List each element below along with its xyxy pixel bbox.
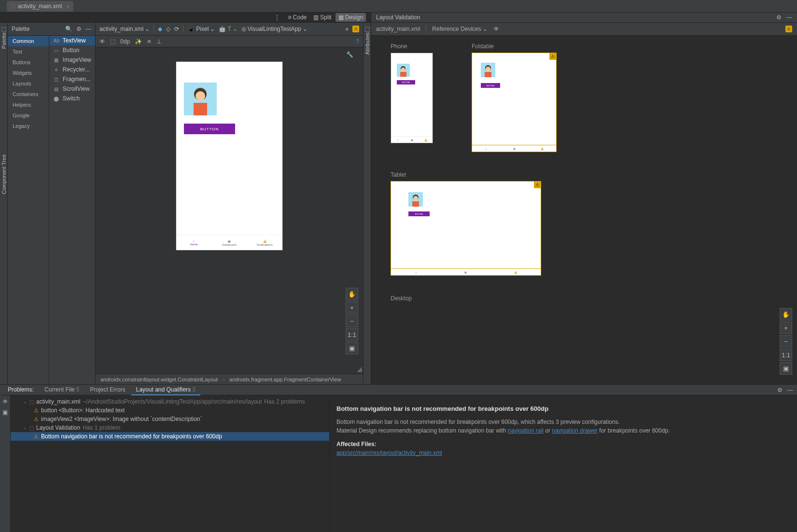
gear-icon[interactable]: ⚙ (776, 14, 782, 21)
minimize-icon[interactable]: — (787, 387, 793, 393)
category-layouts[interactable]: Layouts (8, 78, 49, 89)
code-mode-button[interactable]: ≡Code (285, 13, 310, 22)
category-common[interactable]: Common (8, 36, 49, 46)
category-containers[interactable]: Containers (8, 89, 49, 99)
tree-issue-selected[interactable]: ⚠ Bottom navigation bar is not recommend… (11, 432, 329, 441)
zoom-out-button[interactable]: − (780, 335, 792, 348)
expand-icon[interactable]: ▣ (2, 409, 8, 416)
theme-dropdown[interactable]: 🤖 T ⌄ (219, 26, 237, 32)
magic-icon[interactable]: ✨ (135, 38, 142, 45)
warning-badge[interactable]: ⚠ (785, 26, 792, 32)
reference-devices-dropdown[interactable]: Reference Devices ⌄ (432, 26, 488, 32)
tree-layout-validation-node[interactable]: ⌄ ⬚ Layout Validation Has 1 problem (11, 423, 329, 432)
zoom-fit-button[interactable]: ▣ (346, 342, 358, 354)
phone-preview[interactable]: BUTTON ⌂Home ▦Dashboard 🔔Notifications (176, 62, 282, 250)
component-switch[interactable]: ⬤Switch (49, 94, 95, 103)
problems-label: Problems: (3, 385, 39, 395)
kebab-icon[interactable]: ⋮ (274, 14, 280, 21)
component-fragment[interactable]: ◫Fragmen... (49, 74, 95, 84)
breadcrumb-child[interactable]: androidx.fragment.app.FragmentContainerV… (229, 377, 341, 382)
link-navigation-rail[interactable]: navigation rail (508, 427, 544, 434)
tree-issue[interactable]: ⚠ imageView2 <ImageView>: Image without … (11, 415, 329, 423)
device-preview-tablet[interactable]: ⚠ BUTTON ⌂ ▦ 🔔 (391, 181, 541, 276)
device-label-foldable: Foldable (472, 43, 557, 50)
category-buttons[interactable]: Buttons (8, 57, 49, 68)
tree-file-node[interactable]: ⌄ ⬚ activity_main.xml ~/AndroidStudioPro… (11, 397, 329, 406)
align-icon[interactable]: ⊥ (156, 38, 161, 45)
component-recyclerview[interactable]: ≡Recycler... (49, 65, 95, 74)
design-surface-icon[interactable]: ◆ (158, 26, 162, 32)
component-textview[interactable]: AbTextView (49, 36, 95, 45)
more-icon[interactable]: » (345, 26, 349, 32)
zoom-out-button[interactable]: − (346, 315, 358, 327)
file-dropdown[interactable]: activity_main.xml ⌄ (99, 26, 150, 32)
device-dropdown[interactable]: 📱 Pixel ⌄ (187, 26, 215, 32)
minimize-icon[interactable]: — (85, 26, 91, 32)
component-tree-side-tab[interactable]: Component Tree (0, 154, 8, 199)
warning-badge[interactable]: ⚠ (534, 182, 541, 188)
eye-icon[interactable]: 👁 (493, 26, 499, 32)
zoom-in-button[interactable]: + (780, 322, 792, 334)
split-icon: ▥ (313, 14, 319, 21)
svg-rect-11 (485, 72, 491, 77)
aspect-icon[interactable]: ⬚ (110, 38, 115, 45)
category-widgets[interactable]: Widgets (8, 68, 49, 78)
attributes-side-tab[interactable]: ⬚ Attributes (363, 23, 371, 384)
category-text[interactable]: Text (8, 46, 49, 57)
help-icon[interactable]: ? (356, 38, 359, 45)
svg-rect-15 (412, 201, 419, 207)
palette-side-tab[interactable]: ⬚ Palette (0, 23, 8, 384)
category-helpers[interactable]: Helpers (8, 99, 49, 110)
device-label-tablet: Tablet (391, 171, 778, 178)
bell-icon: 🔔 (263, 239, 266, 243)
bottom-navigation: ⌂ ▦ 🔔 (391, 268, 541, 275)
zoom-fit-button[interactable]: ▣ (780, 362, 792, 375)
component-imageview[interactable]: ▦ImageView (49, 55, 95, 65)
pan-button[interactable]: ✋ (780, 308, 792, 321)
zoom-11-button[interactable]: 1:1 (346, 328, 358, 341)
design-canvas[interactable]: 🔧 BUTTON ⌂Home ▦Dashboard 🔔Notifications (96, 47, 363, 374)
wrench-icon[interactable]: 🔧 (346, 51, 353, 58)
affected-file-link[interactable]: app/src/main/res/layout/activity_main.xm… (336, 449, 442, 456)
component-scrollview[interactable]: ▤ScrollView (49, 84, 95, 94)
gear-icon[interactable]: ⚙ (777, 387, 783, 393)
resize-handle[interactable]: ◢ (357, 365, 362, 373)
minimize-icon[interactable]: — (786, 14, 792, 21)
warning-badge[interactable]: ⚠ (549, 53, 556, 60)
dp-value[interactable]: 0dp (120, 38, 130, 45)
breadcrumb-parent[interactable]: androidx.constraintlayout.widget.Constra… (100, 377, 218, 382)
split-mode-button[interactable]: ▥Split (310, 13, 334, 22)
close-icon[interactable]: × (66, 3, 69, 9)
tab-current-file[interactable]: Current File5 (40, 385, 84, 395)
preview-button: BUTTON (397, 80, 415, 84)
tab-layout-qualifiers[interactable]: Layout and Qualifiers3 (131, 385, 200, 395)
clear-icon[interactable]: ✕ (147, 38, 152, 45)
eye-icon[interactable]: 👁 (99, 38, 105, 45)
gear-icon[interactable]: ⚙ (76, 26, 82, 32)
eye-icon[interactable]: 👁 (2, 398, 8, 405)
link-navigation-drawer[interactable]: navigation drawer (552, 427, 598, 434)
bottom-navigation: ⌂ ▦ 🔔 (472, 145, 556, 152)
scrollview-icon: ▤ (53, 86, 60, 92)
warning-badge[interactable]: ⚠ (352, 26, 359, 32)
blueprint-icon[interactable]: ◇ (166, 26, 170, 32)
device-preview-phone[interactable]: BUTTON ⌂ ▦ 🔔 (391, 53, 433, 143)
component-button[interactable]: ▭Button (49, 45, 95, 55)
validation-file[interactable]: activity_main.xml (376, 26, 420, 32)
zoom-in-button[interactable]: + (346, 301, 358, 314)
pan-button[interactable]: ✋ (346, 288, 358, 300)
orientation-icon[interactable]: ⟳ (174, 26, 179, 32)
search-icon[interactable]: 🔍 (65, 26, 72, 32)
category-google[interactable]: Google (8, 110, 49, 121)
zoom-11-button[interactable]: 1:1 (780, 349, 792, 361)
device-preview-foldable[interactable]: ⚠ BUTTON ⌂ ▦ 🔔 (472, 53, 557, 152)
app-dropdown[interactable]: ◎ VisualLintingTestApp ⌄ (241, 26, 308, 32)
imageview-icon: ▦ (53, 57, 60, 63)
editor-tab[interactable]: ⬚ activity_main.xml × (7, 1, 73, 12)
category-legacy[interactable]: Legacy (8, 121, 49, 131)
problems-tree: ⌄ ⬚ activity_main.xml ~/AndroidStudioPro… (11, 395, 329, 532)
validation-body: Phone BUTTON ⌂ ▦ 🔔 Foldable (371, 36, 797, 384)
tab-project-errors[interactable]: Project Errors (85, 385, 130, 395)
design-mode-button[interactable]: ▦Design (336, 13, 366, 22)
tree-issue[interactable]: ⚠ button <Button>: Hardcoded text (11, 406, 329, 415)
